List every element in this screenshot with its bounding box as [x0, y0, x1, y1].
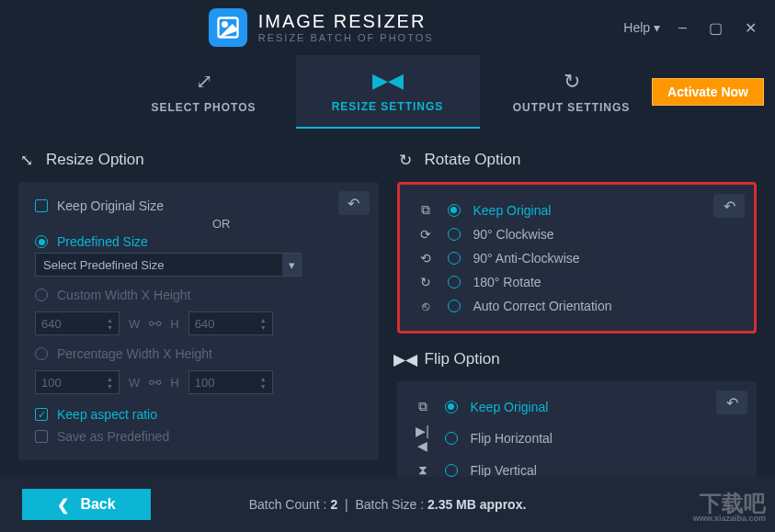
percentage-wh-inputs: 100 ▲▼ W ⚯ H 100 ▲▼: [35, 370, 362, 394]
resize-column: ⤡ Resize Option ↶ Keep Original Size OR …: [18, 147, 379, 459]
flip-vertical-label: Flip Vertical: [471, 463, 537, 478]
rotate-90cw-row[interactable]: ⟳ 90° Clockwise: [416, 222, 738, 246]
pct-width-input[interactable]: 100 ▲▼: [35, 370, 120, 394]
rotate-180-row[interactable]: ↻ 180° Rotate: [416, 270, 738, 294]
rotate-auto-radio[interactable]: [448, 300, 461, 312]
refresh-icon: ↻: [564, 70, 580, 94]
keep-original-size-row[interactable]: Keep Original Size: [35, 195, 362, 217]
rotate-reset-button[interactable]: ↶: [713, 194, 745, 218]
help-menu[interactable]: Help ▾: [623, 20, 660, 35]
watermark: 下载吧 www.xiazaiba.com: [693, 492, 766, 523]
keep-icon: ⧉: [416, 202, 435, 218]
close-button[interactable]: ✕: [745, 19, 757, 37]
svg-point-1: [222, 22, 227, 27]
undo-icon: ↶: [726, 394, 738, 412]
flip-vertical-radio[interactable]: [445, 464, 458, 477]
pct-height-value: 100: [195, 376, 215, 390]
custom-height-input[interactable]: 640 ▲▼: [188, 311, 273, 335]
flip-icon: ▶◀: [397, 351, 414, 368]
flip-horizontal-label: Flip Horizontal: [471, 431, 553, 446]
custom-wh-label: Custom Width X Height: [57, 288, 191, 302]
undo-icon: ↶: [724, 198, 735, 215]
width-value: 640: [41, 317, 62, 331]
tab-select-photos[interactable]: ⤢ SELECT PHOTOS: [112, 55, 296, 129]
flip-horizontal-radio[interactable]: [445, 432, 458, 445]
pct-height-input[interactable]: 100 ▲▼: [188, 370, 273, 394]
custom-width-input[interactable]: 640 ▲▼: [35, 311, 120, 335]
rotate-90cw-radio[interactable]: [448, 228, 461, 241]
spinner[interactable]: ▲▼: [107, 376, 113, 390]
rotate-180-radio[interactable]: [448, 276, 461, 289]
keep-aspect-row[interactable]: Keep aspect ratio: [35, 403, 362, 425]
percentage-wh-row[interactable]: Percentage Width X Height: [35, 343, 362, 365]
save-predefined-row[interactable]: Save as Predefined: [35, 425, 362, 447]
or-divider: OR: [81, 217, 362, 231]
custom-wh-row[interactable]: Custom Width X Height: [35, 284, 362, 306]
rotate-90ccw-radio[interactable]: [448, 252, 461, 265]
spinner[interactable]: ▲▼: [107, 317, 113, 331]
save-predefined-checkbox[interactable]: [35, 430, 48, 443]
rotate-keep-radio[interactable]: [448, 204, 461, 217]
batch-count-value: 2: [330, 497, 337, 512]
flip-keep-radio[interactable]: [445, 401, 458, 413]
resize-arrows-icon: ⤡: [18, 152, 35, 168]
rotate-auto-label: Auto Correct Orientation: [473, 299, 612, 313]
predefined-radio[interactable]: [35, 235, 48, 248]
tab-label: OUTPUT SETTINGS: [513, 101, 631, 114]
resize-panel: ↶ Keep Original Size OR Predefined Size …: [18, 182, 379, 460]
expand-arrows-icon: ⤢: [196, 70, 212, 94]
back-button[interactable]: ❮ Back: [22, 489, 151, 520]
dropdown-arrow-icon: ▾: [282, 254, 301, 276]
rotate-cw-icon: ⟳: [416, 227, 435, 242]
tab-output-settings[interactable]: ↻ OUTPUT SETTINGS: [480, 55, 664, 129]
resize-header-text: Resize Option: [46, 151, 144, 169]
predefined-size-select[interactable]: Select Predefined Size ▾: [35, 253, 302, 277]
chevron-left-icon: ❮: [57, 496, 69, 514]
tab-resize-settings[interactable]: ▶◀ RESIZE SETTINGS: [296, 55, 480, 129]
footer: ❮ Back Batch Count : 2 | Batch Size : 2.…: [0, 477, 775, 532]
pct-width-value: 100: [41, 376, 62, 390]
spinner[interactable]: ▲▼: [260, 376, 267, 390]
rotate-flip-column: ↻ Rotate Option ↶ ⧉ Keep Original ⟳ 90° …: [397, 147, 758, 459]
height-value: 640: [195, 317, 215, 331]
flip-header: ▶◀ Flip Option: [397, 346, 758, 372]
link-icon: ⚯: [149, 315, 161, 333]
titlebar-right: Help ▾ – ▢ ✕: [623, 19, 757, 37]
maximize-button[interactable]: ▢: [709, 19, 723, 37]
tab-label: SELECT PHOTOS: [151, 101, 256, 114]
save-predefined-label: Save as Predefined: [57, 429, 169, 444]
rotate-90ccw-label: 90° Anti-Clockwise: [473, 251, 580, 266]
minimize-button[interactable]: –: [678, 19, 687, 37]
resize-reset-button[interactable]: ↶: [338, 191, 370, 215]
rotate-90ccw-row[interactable]: ⟲ 90° Anti-Clockwise: [416, 246, 738, 270]
content: ⤡ Resize Option ↶ Keep Original Size OR …: [0, 129, 775, 478]
predefined-label: Predefined Size: [57, 234, 148, 249]
keep-icon: ⧉: [414, 399, 432, 414]
titlebar-center: IMAGE RESIZER RESIZE BATCH OF PHOTOS: [18, 8, 623, 47]
select-value: Select Predefined Size: [43, 258, 165, 272]
flip-horizontal-row[interactable]: ▶|◀ Flip Horizontal: [414, 419, 741, 458]
rotate-auto-row[interactable]: ⎋ Auto Correct Orientation: [416, 294, 738, 318]
rotate-panel: ↶ ⧉ Keep Original ⟳ 90° Clockwise ⟲ 90° …: [397, 182, 758, 334]
spinner[interactable]: ▲▼: [260, 317, 267, 331]
keep-aspect-label: Keep aspect ratio: [57, 407, 157, 422]
percentage-wh-label: Percentage Width X Height: [57, 346, 212, 361]
flip-reset-button[interactable]: ↶: [716, 391, 747, 414]
rotate-icon: ↻: [397, 152, 414, 168]
percentage-wh-radio[interactable]: [35, 347, 48, 360]
batch-count-label: Batch Count :: [249, 497, 327, 512]
titlebar: IMAGE RESIZER RESIZE BATCH OF PHOTOS Hel…: [0, 0, 775, 55]
app-subtitle: RESIZE BATCH OF PHOTOS: [258, 32, 434, 44]
flip-keep-original-row[interactable]: ⧉ Keep Original: [414, 394, 741, 419]
activate-button[interactable]: Activate Now: [652, 78, 764, 106]
resize-header: ⤡ Resize Option: [18, 147, 379, 173]
watermark-text: 下载吧: [700, 491, 766, 515]
keep-original-checkbox[interactable]: [35, 199, 48, 212]
keep-aspect-checkbox[interactable]: [35, 408, 48, 421]
predefined-size-row[interactable]: Predefined Size: [35, 231, 362, 253]
rotate-keep-original-row[interactable]: ⧉ Keep Original: [416, 198, 738, 222]
app-title: IMAGE RESIZER: [258, 10, 434, 32]
title-text: IMAGE RESIZER RESIZE BATCH OF PHOTOS: [258, 10, 434, 44]
resize-icon: ▶◀: [372, 69, 404, 93]
custom-wh-radio[interactable]: [35, 289, 48, 301]
